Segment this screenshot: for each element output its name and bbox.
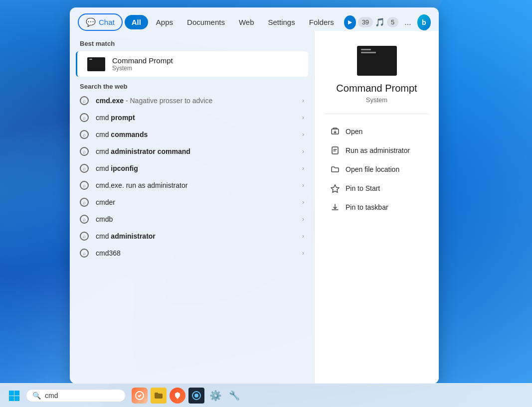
search-text-2: cmd commands [96,131,302,138]
divider [325,114,429,114]
tab-chat[interactable]: 💬 Chat [78,13,123,31]
action-open[interactable]: Open [325,122,429,141]
search-item-0[interactable]: ⌕ cmd.exe - Nagative prosser to advice › [72,92,312,109]
right-panel: Command Prompt System Open [314,31,439,384]
action-list: Open Run as administrator [325,122,429,217]
taskbar-search-icon: 🔍 [32,392,41,400]
search-item-4[interactable]: ⌕ cmd ipconfig › [72,160,312,177]
bing-button[interactable]: b [417,14,431,30]
start-button[interactable] [6,388,22,404]
search-text-7: cmdb [96,215,302,223]
best-match-title: Best match [70,37,314,50]
search-text-6: cmder [96,198,302,206]
tab-apps[interactable]: Apps [150,15,179,29]
action-file-location[interactable]: Open file location [325,160,429,179]
taskbar-icon-steam[interactable] [188,388,204,404]
search-icon-8: ⌕ [80,232,89,241]
tab-web[interactable]: Web [233,15,260,29]
web-section-title: Search the web [70,78,314,92]
taskbar-icon-extra[interactable]: 🔧 [226,388,242,404]
file-location-label: Open file location [346,165,399,173]
tab-folders[interactable]: Folders [303,15,340,29]
search-popup: 💬 Chat All Apps Documents Web Settings F… [70,7,439,384]
search-input[interactable] [45,392,115,400]
chevron-8: › [302,233,304,240]
admin-label: Run as administrator [346,146,410,154]
chevron-9: › [302,250,304,257]
best-match-subtitle: System [112,65,173,72]
search-icon-4: ⌕ [80,164,89,173]
svg-rect-3 [14,391,19,396]
search-text-1: cmd prompt [96,114,302,122]
right-app-title: Command Prompt [336,83,417,94]
taskbar-icon-explorer[interactable] [151,388,167,404]
search-item-7[interactable]: ⌕ cmdb › [72,211,312,228]
right-app-type: System [366,96,387,104]
tab-documents[interactable]: Documents [181,15,231,29]
chat-label: Chat [99,18,115,26]
search-item-5[interactable]: ⌕ cmd.exe. run as administrator › [72,177,312,194]
chevron-6: › [302,199,304,206]
taskbar-icon-brave[interactable] [170,388,185,404]
app-preview-icon [357,46,397,76]
search-item-8[interactable]: ⌕ cmd administrator › [72,228,312,245]
search-item-6[interactable]: ⌕ cmder › [72,194,312,211]
search-item-9[interactable]: ⌕ cmd368 › [72,245,312,262]
svg-point-8 [194,394,198,398]
tab-bar: 💬 Chat All Apps Documents Web Settings F… [70,7,439,31]
search-item-1[interactable]: ⌕ cmd prompt › [72,109,312,126]
best-match-item[interactable]: Command Prompt System [76,51,308,77]
search-text-4: cmd ipconfig [96,164,302,172]
chevron-0: › [302,97,304,104]
admin-icon [331,146,340,155]
search-text-3: cmd administrator command [96,147,302,155]
search-text-5: cmd.exe. run as administrator [96,181,302,189]
search-icon-7: ⌕ [80,215,89,224]
folder-icon [331,165,340,174]
chevron-3: › [302,148,304,155]
search-text-8: cmd administrator [96,232,302,240]
search-text-0: cmd.exe - Nagative prosser to advice [96,97,302,105]
taskbar-icons: ⚙️ 🔧 [132,388,242,404]
chevron-5: › [302,182,304,189]
cmd-app-icon [87,57,105,71]
open-label: Open [346,128,362,136]
cmd-bar-1 [361,49,371,50]
search-item-3[interactable]: ⌕ cmd administrator command › [72,143,312,160]
best-match-name: Command Prompt [112,56,173,65]
taskbar-icon-settings[interactable]: ⚙️ [207,388,223,404]
svg-rect-1 [332,147,338,154]
badge-5[interactable]: 5 [387,17,398,27]
action-run-admin[interactable]: Run as administrator [325,141,429,160]
action-pin-taskbar[interactable]: Pin to taskbar [325,198,429,217]
search-icon-2: ⌕ [80,130,89,139]
pin-taskbar-icon [331,203,340,212]
svg-rect-2 [9,391,14,396]
tab-all[interactable]: All [125,15,148,29]
taskbar-icon-powertoys[interactable] [132,388,148,404]
badge-39[interactable]: 39 [358,17,373,27]
search-text-9: cmd368 [96,249,302,257]
play-icon: 🎵 [375,17,385,27]
best-match-info: Command Prompt System [112,56,173,72]
more-button[interactable]: ... [400,16,415,29]
chat-icon: 💬 [86,17,96,27]
content-area: Best match Command Prompt System Search … [70,31,439,384]
chevron-7: › [302,216,304,223]
search-icon-0: ⌕ [80,96,89,105]
svg-rect-5 [14,396,19,401]
tab-settings[interactable]: Settings [262,15,301,29]
chevron-2: › [302,131,304,138]
pin-taskbar-label: Pin to taskbar [346,203,388,211]
svg-rect-4 [9,396,14,401]
pin-start-label: Pin to Start [346,184,380,192]
search-icon-5: ⌕ [80,181,89,190]
search-item-2[interactable]: ⌕ cmd commands › [72,126,312,143]
play-button[interactable]: ▶ [344,15,356,29]
action-pin-start[interactable]: Pin to Start [325,179,429,198]
cmd-bar-2 [361,52,376,53]
taskbar-search[interactable]: 🔍 [26,389,126,402]
open-icon [331,127,340,136]
chevron-1: › [302,114,304,121]
search-icon-1: ⌕ [80,113,89,122]
